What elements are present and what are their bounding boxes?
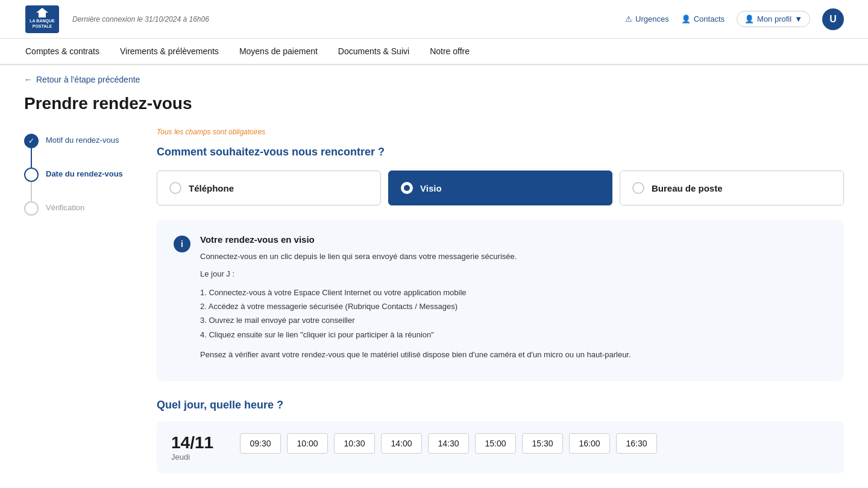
option-bureau[interactable]: Bureau de poste (620, 170, 844, 205)
main-content: ✓ Motif du rendez-vous Date du rendez-vo… (0, 128, 868, 474)
step-circle-verification (24, 201, 39, 216)
time-slot-1430[interactable]: 14:30 (428, 433, 469, 454)
svg-text:LA BANQUE: LA BANQUE (30, 19, 55, 23)
step-label-motif: Motif du rendez-vous (46, 134, 119, 145)
radio-bureau (632, 182, 644, 194)
mon-profil-label: Mon profil (757, 14, 791, 23)
urgences-icon: ⚠ (625, 14, 632, 23)
info-intro: Connectez-vous en un clic depuis le lien… (200, 251, 631, 263)
back-link-label: Retour à l'étape précédente (36, 75, 140, 84)
option-telephone[interactable]: Téléphone (157, 170, 381, 205)
info-icon: i (174, 236, 190, 252)
time-slot-1400[interactable]: 14:00 (381, 433, 422, 454)
svg-text:POSTALE: POSTALE (33, 24, 52, 28)
back-link[interactable]: ← Retour à l'étape précédente (24, 75, 140, 84)
info-step-3: 3. Ouvrez le mail envoyé par votre conse… (200, 313, 631, 327)
day-name: Jeudi (171, 452, 225, 461)
avatar: U (822, 8, 844, 30)
time-slot-1000[interactable]: 10:00 (287, 433, 328, 454)
mon-profil-button[interactable]: 👤 Mon profil ▼ (737, 11, 810, 27)
contacts-icon: 👤 (681, 14, 691, 23)
form-area: Tous les champs sont obligatoires Commen… (157, 128, 844, 474)
meeting-options: Téléphone Visio Bureau de poste (157, 170, 844, 205)
step-connector-1 (31, 148, 32, 167)
time-slot-1530[interactable]: 15:30 (522, 433, 563, 454)
urgences-label: Urgences (635, 14, 669, 23)
step-label-date: Date du rendez-vous (46, 167, 123, 178)
nav-moyens[interactable]: Moyens de paiement (238, 46, 319, 56)
nav-offre[interactable]: Notre offre (429, 46, 471, 56)
info-step-1: 1. Connectez-vous à votre Espace Client … (200, 286, 631, 299)
datetime-box: 14/11 Jeudi 09:30 10:00 10:30 14:00 14:3… (157, 421, 844, 474)
nav-documents[interactable]: Documents & Suivi (337, 46, 410, 56)
checkmark-icon: ✓ (28, 137, 34, 145)
chevron-down-icon: ▼ (794, 14, 802, 23)
option-telephone-label: Téléphone (189, 183, 234, 193)
info-day-label: Le jour J : (200, 268, 631, 281)
urgences-button[interactable]: ⚠ Urgences (625, 14, 669, 23)
required-note: Tous les champs sont obligatoires (157, 128, 844, 136)
profile-icon: 👤 (744, 14, 754, 23)
time-slot-1630[interactable]: 16:30 (616, 433, 657, 454)
nav-comptes[interactable]: Comptes & contrats (24, 46, 101, 56)
radio-visio (401, 182, 413, 194)
time-slot-1030[interactable]: 10:30 (334, 433, 375, 454)
time-slots-container: 09:30 10:00 10:30 14:00 14:30 15:00 15:3… (240, 433, 829, 454)
step-circle-date (24, 167, 39, 182)
contacts-label: Contacts (694, 14, 725, 23)
info-note: Pensez à vérifier avant votre rendez-vou… (200, 349, 631, 361)
header: LA BANQUE POSTALE Dernière connexion le … (0, 0, 868, 39)
datetime-row: 14/11 Jeudi 09:30 10:00 10:30 14:00 14:3… (171, 433, 829, 461)
last-login-text: Dernière connexion le 31/10/2024 à 16h06 (72, 15, 209, 23)
info-title: Votre rendez-vous en visio (200, 234, 631, 245)
info-box: i Votre rendez-vous en visio Connectez-v… (157, 220, 844, 381)
time-slot-0930[interactable]: 09:30 (240, 433, 281, 454)
nav-virements[interactable]: Virements & prélèvements (119, 46, 220, 56)
header-right: ⚠ Urgences 👤 Contacts 👤 Mon profil ▼ U (625, 8, 844, 30)
meeting-question: Comment souhaitez-vous nous rencontrer ? (157, 146, 844, 158)
info-steps: 1. Connectez-vous à votre Espace Client … (200, 286, 631, 342)
info-step-2: 2. Accédez à votre messagerie sécurisée … (200, 299, 631, 313)
main-nav: Comptes & contrats Virements & prélèveme… (0, 39, 868, 65)
header-left: LA BANQUE POSTALE Dernière connexion le … (24, 4, 209, 34)
step-date: Date du rendez-vous (24, 167, 133, 182)
step-motif: ✓ Motif du rendez-vous (24, 134, 133, 148)
step-connector-2 (31, 182, 32, 201)
la-banque-postale-logo: LA BANQUE POSTALE (24, 4, 60, 34)
step-verification: Vérification (24, 201, 133, 216)
option-visio[interactable]: Visio (388, 170, 612, 205)
date-column: 14/11 Jeudi (171, 433, 225, 461)
logo: LA BANQUE POSTALE (24, 4, 60, 34)
step-circle-motif: ✓ (24, 134, 39, 148)
option-visio-label: Visio (420, 183, 442, 193)
info-step-4: 4. Cliquez ensuite sur le lien "cliquer … (200, 328, 631, 342)
option-bureau-label: Bureau de poste (652, 183, 723, 193)
time-slot-1500[interactable]: 15:00 (475, 433, 516, 454)
page-title: Prendre rendez-vous (0, 94, 868, 128)
stepper: ✓ Motif du rendez-vous Date du rendez-vo… (24, 128, 133, 474)
time-slot-1600[interactable]: 16:00 (569, 433, 610, 454)
arrow-left-icon: ← (24, 75, 33, 84)
contacts-button[interactable]: 👤 Contacts (681, 14, 725, 23)
datetime-question: Quel jour, quelle heure ? (157, 399, 844, 411)
breadcrumb: ← Retour à l'étape précédente (0, 65, 868, 94)
radio-telephone (169, 182, 181, 194)
date-display: 14/11 (171, 433, 225, 452)
step-label-verification: Vérification (46, 201, 84, 212)
info-content: Votre rendez-vous en visio Connectez-vou… (200, 234, 631, 366)
